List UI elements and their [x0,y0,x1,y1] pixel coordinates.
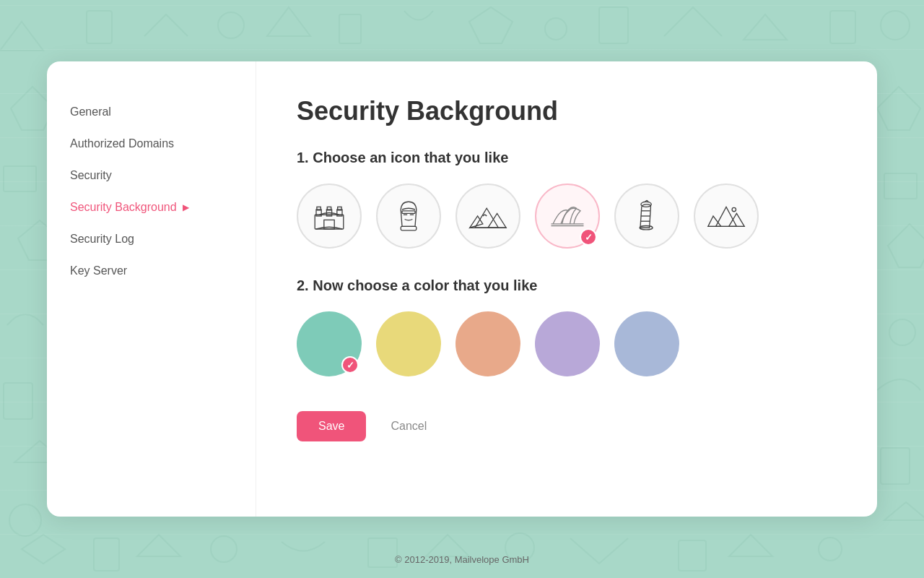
pyramids-icon [707,197,746,236]
tower-icon [627,197,666,236]
svg-point-15 [9,504,41,536]
sidebar-item-security-background[interactable]: Security Background ▶ [47,191,256,223]
save-button[interactable]: Save [297,411,366,441]
svg-rect-36 [338,207,341,210]
color-blue[interactable] [614,311,679,376]
svg-marker-3 [267,7,310,36]
sidebar-item-security[interactable]: Security [47,160,256,191]
section1-title: 1. Choose an icon that you like [297,150,837,166]
page-title: Security Background [297,96,837,126]
cancel-button[interactable]: Cancel [376,411,441,441]
check-badge-green: ✓ [341,356,359,374]
icon-opera-house[interactable]: ✓ [535,184,600,249]
sidebar-item-general[interactable]: General [47,96,256,128]
svg-marker-20 [884,502,924,520]
check-badge-opera: ✓ [580,228,597,246]
sidebar-item-authorized-domains[interactable]: Authorized Domains [47,128,256,160]
svg-rect-34 [317,207,321,210]
svg-marker-0 [0,22,43,51]
main-content: Security Background 1. Choose an icon th… [256,61,877,517]
icon-row: ✓ [297,184,837,249]
svg-rect-38 [401,226,417,230]
color-lavender[interactable] [535,311,600,376]
svg-rect-41 [402,211,415,214]
svg-rect-35 [327,207,331,210]
sidebar-item-security-log[interactable]: Security Log [47,223,256,255]
svg-marker-5 [469,7,513,43]
color-yellow[interactable] [376,311,441,376]
svg-rect-9 [830,11,855,43]
svg-point-18 [889,319,915,345]
active-arrow-icon: ▶ [183,202,189,212]
svg-point-2 [218,12,244,38]
icon-pyramids[interactable] [694,184,759,249]
svg-rect-16 [884,173,917,199]
icon-castle[interactable] [297,184,362,249]
icon-moai[interactable] [376,184,441,249]
svg-point-10 [881,11,910,40]
svg-rect-7 [599,7,628,43]
svg-marker-28 [729,535,772,556]
svg-rect-19 [881,448,910,484]
svg-marker-22 [137,535,180,556]
svg-point-54 [732,207,736,211]
opera-house-icon [548,197,587,236]
icon-tower[interactable] [614,184,679,249]
button-row: Save Cancel [297,411,837,441]
moai-icon [389,197,428,236]
mountains-icon [468,197,507,236]
section2-title: 2. Now choose a color that you like [297,277,837,294]
sidebar: General Authorized Domains Security Secu… [47,61,256,517]
color-row: ✓ [297,311,837,376]
svg-marker-8 [744,14,787,40]
svg-rect-4 [339,14,361,43]
footer: © 2012-2019, Mailvelope GmbH [0,554,924,565]
svg-point-6 [545,18,567,40]
castle-icon [310,197,349,236]
color-peach[interactable] [456,311,520,376]
icon-mountains[interactable] [456,184,520,249]
svg-rect-1 [87,11,112,43]
main-card: General Authorized Domains Security Secu… [47,61,877,517]
color-green[interactable]: ✓ [297,311,362,376]
sidebar-item-key-server[interactable]: Key Server [47,255,256,287]
svg-marker-17 [888,224,924,267]
svg-rect-11 [4,166,36,191]
footer-text: © 2012-2019, Mailvelope GmbH [395,554,529,565]
svg-rect-13 [4,383,32,419]
svg-marker-25 [426,535,469,556]
